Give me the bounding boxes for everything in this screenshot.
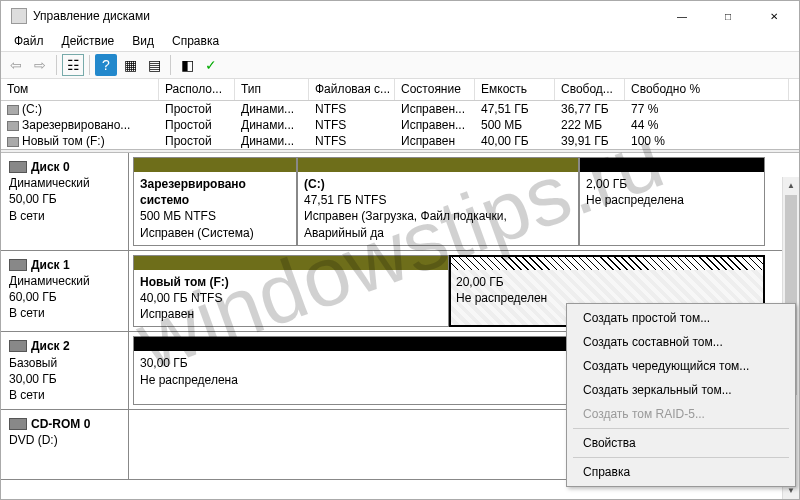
toolbar-icon-5[interactable]: ✓ [200,54,222,76]
volume-table-header: Том Располо... Тип Файловая с... Состоян… [1,79,799,101]
partition[interactable]: (C:)47,51 ГБ NTFSИсправен (Загрузка, Фай… [297,157,579,246]
partition[interactable]: 2,00 ГБНе распределена [579,157,765,246]
disk-label[interactable]: Диск 1Динамический60,00 ГБВ сети [1,251,129,332]
context-menu: Создать простой том... Создать составной… [566,303,796,487]
scroll-up-icon[interactable]: ▲ [783,177,799,194]
menubar: Файл Действие Вид Справка [1,31,799,51]
col-volume[interactable]: Том [1,79,159,100]
ctx-create-simple[interactable]: Создать простой том... [569,306,793,330]
disk-label[interactable]: Диск 0Динамический50,00 ГБВ сети [1,153,129,250]
partition[interactable]: Новый том (F:)40,00 ГБ NTFSИсправен [133,255,449,328]
col-free[interactable]: Свобод... [555,79,625,100]
toolbar-icon-3[interactable]: ▤ [143,54,165,76]
table-row[interactable]: Новый том (F:)ПростойДинами...NTFSИсправ… [1,133,799,149]
menu-help[interactable]: Справка [163,32,228,50]
titlebar: Управление дисками — □ ✕ [1,1,799,31]
toolbar-view-icon[interactable]: ☷ [62,54,84,76]
ctx-create-raid5: Создать том RAID-5... [569,402,793,426]
col-capacity[interactable]: Емкость [475,79,555,100]
col-fs[interactable]: Файловая с... [309,79,395,100]
disk-icon [9,161,27,173]
window-title: Управление дисками [33,9,659,23]
col-type[interactable]: Тип [235,79,309,100]
help-icon[interactable]: ? [95,54,117,76]
col-status[interactable]: Состояние [395,79,475,100]
volume-table-body[interactable]: (C:)ПростойДинами...NTFSИсправен...47,51… [1,101,799,149]
col-freepct[interactable]: Свободно % [625,79,789,100]
ctx-properties[interactable]: Свойства [569,431,793,455]
disk-icon [9,259,27,271]
maximize-button[interactable]: □ [705,1,751,31]
table-row[interactable]: (C:)ПростойДинами...NTFSИсправен...47,51… [1,101,799,117]
back-button[interactable]: ⇦ [5,54,27,76]
toolbar-icon-2[interactable]: ▦ [119,54,141,76]
ctx-create-mirror[interactable]: Создать зеркальный том... [569,378,793,402]
close-button[interactable]: ✕ [751,1,797,31]
minimize-button[interactable]: — [659,1,705,31]
disk-label[interactable]: Диск 2Базовый30,00 ГБВ сети [1,332,129,409]
toolbar: ⇦ ⇨ ☷ ? ▦ ▤ ◧ ✓ [1,51,799,79]
disk-label[interactable]: CD-ROM 0DVD (D:) [1,410,129,479]
disk-row: Диск 0Динамический50,00 ГБВ сетиЗарезерв… [1,153,799,251]
ctx-create-spanned[interactable]: Создать составной том... [569,330,793,354]
forward-button[interactable]: ⇨ [29,54,51,76]
ctx-help[interactable]: Справка [569,460,793,484]
disk-icon [9,340,27,352]
col-layout[interactable]: Располо... [159,79,235,100]
menu-action[interactable]: Действие [53,32,124,50]
toolbar-icon-4[interactable]: ◧ [176,54,198,76]
menu-view[interactable]: Вид [123,32,163,50]
disk-icon [9,418,27,430]
menu-file[interactable]: Файл [5,32,53,50]
partition[interactable]: Зарезервировано системо500 МБ NTFSИсправ… [133,157,297,246]
app-icon [11,8,27,24]
table-row[interactable]: Зарезервировано...ПростойДинами...NTFSИс… [1,117,799,133]
ctx-create-striped[interactable]: Создать чередующийся том... [569,354,793,378]
